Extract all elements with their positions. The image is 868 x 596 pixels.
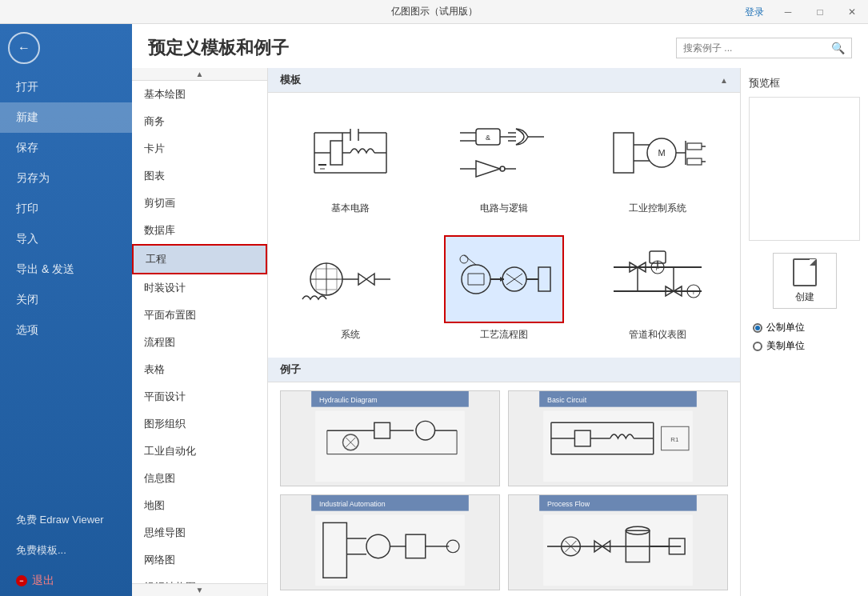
- example-item-2[interactable]: Basic Circuit: [508, 390, 728, 486]
- examples-section: 例子 Hydraulic Diagram: [268, 358, 740, 596]
- template-label-basic-circuit: 基本电路: [331, 202, 370, 215]
- sidebar-item-free-template[interactable]: 免费模板...: [0, 535, 132, 566]
- window-controls: ─ □ ✕: [772, 0, 868, 24]
- content-body: ▲ 基本绘图 商务 卡片 图表 剪切画 数据库: [132, 68, 868, 596]
- category-industrial[interactable]: 工业自动化: [132, 438, 267, 465]
- template-thumb-piping: P T: [598, 235, 718, 323]
- sidebar-item-save[interactable]: 保存: [0, 133, 132, 163]
- page-title: 预定义模板和例子: [148, 36, 289, 60]
- category-engineering[interactable]: 工程: [132, 244, 267, 274]
- template-industrial-control[interactable]: M 工业控制系统: [586, 105, 728, 219]
- sidebar-item-export[interactable]: 导出 & 发送: [0, 254, 132, 285]
- examples-section-header: 例子: [268, 358, 740, 382]
- template-system[interactable]: 系统: [280, 231, 422, 346]
- radio-metric[interactable]: 公制单位: [753, 321, 856, 334]
- examples-label: 例子: [280, 362, 301, 377]
- svg-rect-27: [614, 133, 634, 173]
- category-chart[interactable]: 图表: [132, 162, 267, 190]
- exit-icon: −: [16, 575, 27, 586]
- sidebar-item-save-as[interactable]: 另存为: [0, 163, 132, 194]
- template-label-process-flow: 工艺流程图: [480, 328, 528, 342]
- template-thumb-industrial-control: M: [598, 109, 718, 197]
- svg-text:T: T: [692, 290, 696, 295]
- templates-scroll-btn[interactable]: ▲: [720, 76, 728, 85]
- scroll-down-arrow[interactable]: ▼: [132, 583, 267, 596]
- create-button[interactable]: 创建: [773, 253, 837, 309]
- sidebar-item-new[interactable]: 新建: [0, 102, 132, 133]
- example-thumb-2: Basic Circuit: [509, 391, 727, 486]
- sidebar-item-import[interactable]: 导入: [0, 224, 132, 254]
- sidebar-item-label: 打开: [16, 80, 38, 93]
- sidebar-item-open[interactable]: 打开: [0, 72, 132, 102]
- category-fashion[interactable]: 时装设计: [132, 274, 267, 302]
- unit-radio-group: 公制单位 美制单位: [749, 321, 860, 353]
- sidebar-item-label: 打印: [16, 202, 38, 214]
- category-basic[interactable]: 基本绘图: [132, 81, 267, 108]
- sidebar-item-close[interactable]: 关闭: [0, 285, 132, 315]
- category-table[interactable]: 表格: [132, 356, 267, 383]
- main-content: 预定义模板和例子 🔍 ▲ 基本绘图 商务 卡片 图表: [132, 24, 868, 596]
- template-label-system: 系统: [341, 328, 360, 342]
- template-piping[interactable]: P T 管道和仪表图: [586, 231, 728, 346]
- svg-rect-103: [543, 515, 693, 586]
- sidebar-item-print[interactable]: 打印: [0, 194, 132, 224]
- category-graphic[interactable]: 图形组织: [132, 410, 267, 438]
- svg-text:Industrial Automation: Industrial Automation: [319, 500, 386, 508]
- sidebar-item-exit[interactable]: − 退出: [0, 566, 132, 596]
- svg-line-51: [464, 255, 476, 265]
- template-process-flow[interactable]: 工艺流程图: [434, 231, 575, 346]
- scroll-up-arrow[interactable]: ▲: [132, 68, 267, 81]
- sidebar-item-free-viewer[interactable]: 免费 Edraw Viewer: [0, 505, 132, 535]
- search-icon[interactable]: 🔍: [831, 42, 845, 54]
- template-circuit-logic[interactable]: &: [434, 105, 575, 219]
- template-thumb-circuit-logic: &: [444, 109, 564, 197]
- svg-text:&: &: [486, 134, 490, 142]
- template-label-industrial-control: 工业控制系统: [629, 202, 686, 215]
- svg-text:Hydraulic Diagram: Hydraulic Diagram: [319, 396, 378, 404]
- login-link[interactable]: 登录: [745, 0, 764, 24]
- example-thumb-4: Process Flow: [509, 495, 727, 590]
- maximize-button[interactable]: □: [804, 0, 836, 24]
- svg-text:Process Flow: Process Flow: [547, 500, 590, 508]
- app-title: 亿图图示（试用版）: [391, 5, 478, 18]
- category-business[interactable]: 商务: [132, 108, 267, 135]
- category-flatdesign[interactable]: 平面设计: [132, 383, 267, 410]
- back-button[interactable]: ←: [8, 32, 40, 64]
- app-container: ← 打开 新建 保存 另存为 打印 导入 导出 & 发送 关闭 选项 免费 Ed…: [0, 24, 868, 596]
- minimize-button[interactable]: ─: [772, 0, 804, 24]
- templates-grid: 基本电路 &: [268, 93, 740, 358]
- preview-box: [749, 97, 860, 241]
- preview-panel: 预览框 创建 公制单位 美制单位: [740, 68, 868, 596]
- sidebar-item-options[interactable]: 选项: [0, 315, 132, 346]
- category-map[interactable]: 地图: [132, 492, 267, 519]
- svg-rect-49: [538, 267, 550, 291]
- category-mindmap[interactable]: 思维导图: [132, 519, 267, 546]
- category-database[interactable]: 数据库: [132, 217, 267, 244]
- example-item-1[interactable]: Hydraulic Diagram: [280, 390, 500, 486]
- template-thumb-basic-circuit: [290, 109, 410, 197]
- sidebar-item-label: 导出 & 发送: [16, 262, 74, 275]
- search-input[interactable]: [683, 42, 831, 54]
- template-thumb-system: [290, 235, 410, 323]
- example-thumb-3: Industrial Automation: [281, 495, 499, 590]
- example-item-4[interactable]: Process Flow: [508, 494, 728, 590]
- templates-label: 模板: [280, 73, 301, 87]
- category-infographic[interactable]: 信息图: [132, 465, 267, 492]
- svg-point-43: [462, 265, 490, 294]
- category-card[interactable]: 卡片: [132, 135, 267, 162]
- titlebar: 亿图图示（试用版） 登录 ─ □ ✕: [0, 0, 868, 24]
- sidebar-item-label: 保存: [16, 141, 38, 154]
- svg-rect-1: [330, 141, 342, 165]
- template-basic-circuit[interactable]: 基本电路: [280, 105, 422, 219]
- category-clipart[interactable]: 剪切画: [132, 190, 267, 217]
- svg-rect-35: [687, 158, 702, 165]
- metric-label: 公制单位: [766, 321, 805, 334]
- preview-title: 预览框: [749, 76, 860, 90]
- category-floorplan[interactable]: 平面布置图: [132, 302, 267, 329]
- example-item-3[interactable]: Industrial Automation: [280, 494, 500, 590]
- category-flowchart[interactable]: 流程图: [132, 329, 267, 356]
- close-button[interactable]: ✕: [836, 0, 868, 24]
- sidebar-item-label: 关闭: [16, 293, 38, 306]
- category-network[interactable]: 网络图: [132, 546, 267, 574]
- radio-imperial[interactable]: 美制单位: [753, 339, 856, 353]
